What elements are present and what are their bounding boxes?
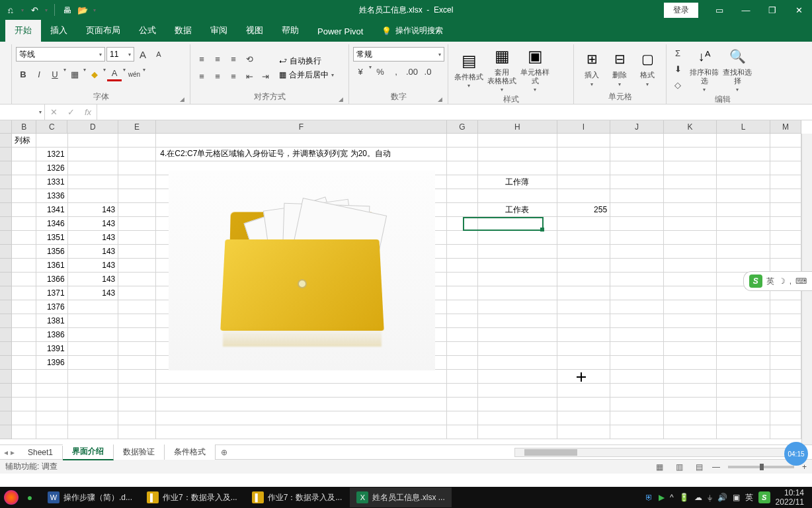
- cell[interactable]: [447, 384, 478, 398]
- clear-icon[interactable]: ◇: [670, 78, 685, 93]
- cell[interactable]: [610, 398, 664, 411]
- row-header[interactable]: [0, 175, 11, 189]
- cell[interactable]: [717, 161, 770, 175]
- tray-cloud-icon[interactable]: ☁: [694, 493, 702, 502]
- cell[interactable]: [478, 356, 557, 370]
- cell[interactable]: [118, 245, 156, 259]
- cell[interactable]: [68, 356, 119, 370]
- cell[interactable]: 工作表: [478, 203, 557, 217]
- row-header[interactable]: [0, 134, 11, 148]
- cell[interactable]: 1366: [36, 273, 67, 286]
- col-header-D[interactable]: D: [67, 120, 118, 133]
- cell[interactable]: 1356: [36, 245, 67, 259]
- tray-volume-icon[interactable]: 🔊: [717, 493, 727, 502]
- cell[interactable]: [118, 425, 156, 439]
- zoom-out-icon[interactable]: —: [712, 462, 720, 472]
- cell[interactable]: [12, 231, 36, 245]
- cell[interactable]: [770, 370, 801, 384]
- cell[interactable]: [156, 425, 446, 439]
- cell[interactable]: [770, 175, 801, 189]
- cell[interactable]: [770, 148, 801, 161]
- col-header-E[interactable]: E: [118, 120, 156, 133]
- cell[interactable]: [156, 411, 446, 425]
- cell[interactable]: [118, 286, 156, 300]
- cell[interactable]: [447, 342, 478, 356]
- cell[interactable]: [447, 314, 478, 328]
- cell[interactable]: [610, 300, 664, 314]
- cell[interactable]: [717, 370, 770, 384]
- cell[interactable]: [118, 259, 156, 273]
- phonetic-button[interactable]: wén: [127, 67, 142, 81]
- col-header-G[interactable]: G: [447, 120, 478, 133]
- border-button[interactable]: ▦: [67, 67, 82, 81]
- tray-lang[interactable]: 英: [745, 492, 753, 503]
- cell[interactable]: [610, 203, 664, 217]
- conditional-format-button[interactable]: ▤条件格式▾: [452, 49, 485, 90]
- quickprint-icon[interactable]: 🖶: [61, 5, 72, 15]
- row-header[interactable]: [0, 314, 11, 328]
- cell[interactable]: [664, 425, 717, 439]
- row-header[interactable]: [0, 328, 11, 342]
- cell[interactable]: [717, 203, 770, 217]
- cell[interactable]: [478, 245, 557, 259]
- undo-icon[interactable]: ↶: [29, 5, 40, 15]
- cell[interactable]: [610, 425, 664, 439]
- dec-decimal-icon[interactable]: .0: [421, 64, 435, 79]
- cell[interactable]: [12, 411, 36, 425]
- cell[interactable]: [557, 300, 611, 314]
- autosave-icon[interactable]: ⎌: [5, 5, 16, 15]
- cell[interactable]: [478, 286, 557, 300]
- cell[interactable]: [664, 286, 717, 300]
- bold-button[interactable]: B: [16, 67, 30, 81]
- cell[interactable]: [156, 384, 446, 398]
- cell[interactable]: [68, 314, 119, 328]
- merge-icon[interactable]: ▦: [279, 70, 286, 79]
- grow-font-icon[interactable]: A: [136, 47, 150, 62]
- cell[interactable]: [36, 384, 67, 398]
- cell[interactable]: [557, 425, 611, 439]
- cell[interactable]: [447, 328, 478, 342]
- sheet-tab-validation[interactable]: 数据验证: [114, 444, 165, 460]
- align-middle-icon[interactable]: ≡: [210, 52, 225, 67]
- cell[interactable]: [770, 384, 801, 398]
- table-format-button[interactable]: ▦套用 表格格式▾: [485, 44, 518, 94]
- row-header[interactable]: [0, 148, 11, 161]
- cell[interactable]: [478, 217, 557, 231]
- cell[interactable]: [717, 411, 770, 425]
- tray-screen-icon[interactable]: ▣: [733, 493, 740, 502]
- cell[interactable]: [770, 189, 801, 203]
- cell[interactable]: [770, 411, 801, 425]
- cell[interactable]: [478, 231, 557, 245]
- col-header-K[interactable]: K: [664, 120, 717, 133]
- font-size-select[interactable]: 11▾: [106, 47, 134, 62]
- cell[interactable]: [68, 370, 119, 384]
- underline-dd[interactable]: ▾: [63, 67, 66, 81]
- cell[interactable]: [610, 217, 664, 231]
- row-header[interactable]: [0, 217, 11, 231]
- font-launcher-icon[interactable]: ◢: [180, 96, 184, 103]
- cell[interactable]: [610, 328, 664, 342]
- cell[interactable]: [557, 314, 611, 328]
- delete-cells-button[interactable]: ⊟删除▾: [606, 47, 633, 88]
- cell[interactable]: [557, 342, 611, 356]
- cell[interactable]: [478, 273, 557, 286]
- taskbar-word[interactable]: W操作步骤（简）.d...: [41, 487, 139, 507]
- fill-color-button[interactable]: ◆: [87, 67, 102, 81]
- cell[interactable]: [68, 175, 119, 189]
- cell[interactable]: 143: [68, 245, 119, 259]
- open-icon[interactable]: 📂: [77, 5, 88, 15]
- cell[interactable]: [118, 148, 156, 161]
- row-header[interactable]: [0, 398, 11, 411]
- cell[interactable]: [12, 203, 36, 217]
- cell[interactable]: [478, 148, 557, 161]
- cell[interactable]: [12, 314, 36, 328]
- cell[interactable]: [478, 328, 557, 342]
- ribbon-options-icon[interactable]: ▭: [706, 0, 733, 20]
- cell[interactable]: [770, 398, 801, 411]
- taskbar-folder2[interactable]: ▌作业7：数据录入及...: [245, 487, 349, 507]
- cell[interactable]: [118, 342, 156, 356]
- cell[interactable]: [478, 425, 557, 439]
- row-header[interactable]: [0, 286, 11, 300]
- cell[interactable]: [478, 411, 557, 425]
- align-center-icon[interactable]: ≡: [210, 69, 225, 84]
